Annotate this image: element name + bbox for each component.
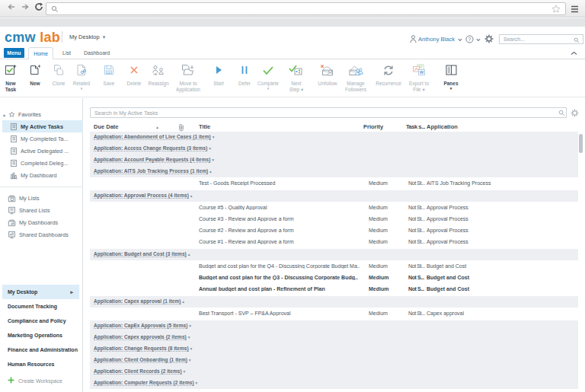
svg-text:?: ? bbox=[468, 37, 472, 42]
svg-text:w: w bbox=[419, 69, 424, 75]
